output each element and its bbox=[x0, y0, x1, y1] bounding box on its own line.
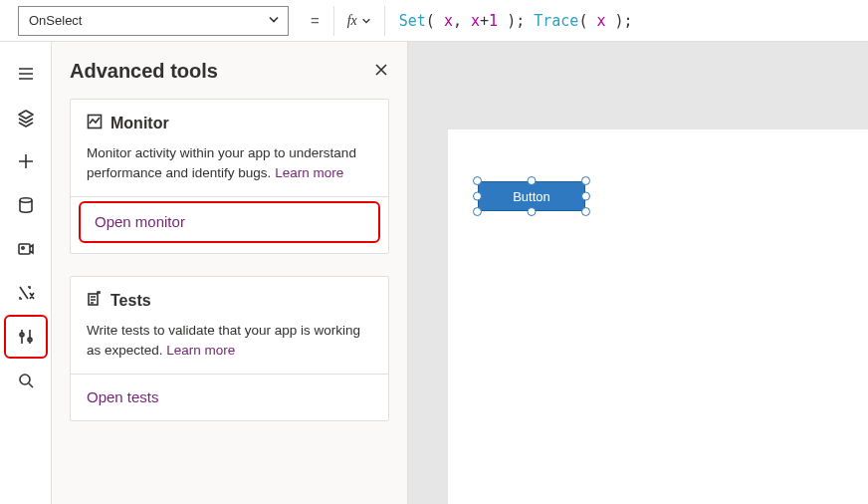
selected-control[interactable]: Button bbox=[478, 181, 585, 211]
resize-handle[interactable] bbox=[473, 207, 482, 216]
resize-handle[interactable] bbox=[528, 176, 537, 185]
fx-label: fx bbox=[347, 13, 357, 29]
hamburger-icon[interactable] bbox=[8, 52, 44, 96]
resize-handle[interactable] bbox=[473, 192, 482, 201]
canvas-page[interactable]: Button bbox=[448, 129, 868, 504]
close-icon[interactable] bbox=[373, 62, 389, 82]
plus-icon[interactable] bbox=[8, 139, 44, 183]
database-icon[interactable] bbox=[8, 183, 44, 227]
property-select-label: OnSelect bbox=[29, 13, 82, 28]
svg-point-0 bbox=[20, 198, 32, 202]
open-tests-link[interactable]: Open tests bbox=[87, 388, 159, 405]
chevron-down-icon bbox=[268, 13, 280, 28]
formula-bar: OnSelect = fx Set( x, x+1 ); Trace( x ); bbox=[0, 0, 868, 42]
resize-handle[interactable] bbox=[581, 192, 590, 201]
fx-button[interactable]: fx bbox=[333, 6, 385, 36]
resize-handle[interactable] bbox=[473, 176, 482, 185]
advanced-tools-panel: Advanced tools Monitor Monitor activity … bbox=[52, 42, 408, 504]
formula-input[interactable]: Set( x, x+1 ); Trace( x ); bbox=[385, 6, 868, 36]
panel-title: Advanced tools bbox=[70, 60, 218, 83]
resize-handle[interactable] bbox=[581, 176, 590, 185]
equals-label: = bbox=[311, 12, 320, 29]
monitor-learn-link[interactable]: Learn more bbox=[275, 165, 343, 180]
tests-title: Tests bbox=[110, 292, 151, 310]
canvas-area[interactable]: Button bbox=[408, 42, 868, 504]
tests-icon bbox=[87, 291, 103, 311]
monitor-card: Monitor Monitor activity within your app… bbox=[70, 99, 389, 254]
layers-icon[interactable] bbox=[8, 96, 44, 139]
svg-point-3 bbox=[20, 375, 30, 384]
chevron-down-icon bbox=[361, 16, 371, 26]
property-select[interactable]: OnSelect bbox=[18, 6, 289, 36]
monitor-title: Monitor bbox=[110, 115, 169, 132]
monitor-icon bbox=[87, 114, 103, 133]
monitor-desc: Monitor activity within your app to unde… bbox=[87, 143, 372, 182]
tools-icon[interactable] bbox=[8, 319, 44, 355]
tests-card: Tests Write tests to validate that your … bbox=[70, 276, 389, 421]
variables-icon[interactable] bbox=[8, 271, 44, 315]
tests-learn-link[interactable]: Learn more bbox=[166, 343, 235, 358]
media-icon[interactable] bbox=[8, 227, 44, 271]
canvas-button-label: Button bbox=[513, 189, 550, 204]
resize-handle[interactable] bbox=[528, 207, 537, 216]
svg-point-2 bbox=[21, 247, 23, 249]
resize-handle[interactable] bbox=[581, 207, 590, 216]
open-monitor-link[interactable]: Open monitor bbox=[95, 213, 185, 230]
tests-desc: Write tests to validate that your app is… bbox=[87, 321, 372, 360]
left-rail bbox=[0, 42, 52, 504]
search-icon[interactable] bbox=[8, 359, 44, 402]
